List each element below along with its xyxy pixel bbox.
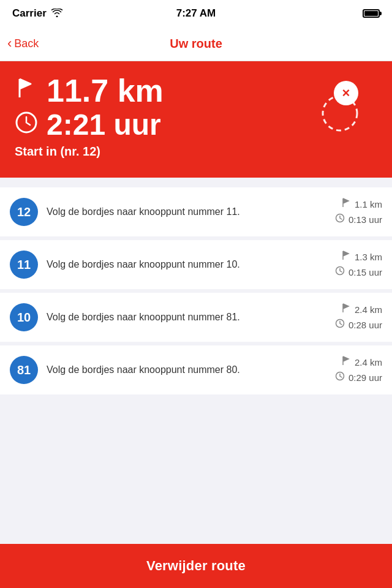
delete-route-button[interactable]: Verwijder route (146, 558, 246, 574)
flag-stat-icon (341, 303, 351, 316)
node-badge: 10 (10, 303, 38, 331)
route-duration: 0:13 uur (335, 213, 382, 226)
route-stats: 2.4 km 0:29 uur (321, 356, 382, 384)
node-badge: 81 (10, 356, 38, 384)
back-label: Back (14, 37, 39, 50)
wifi-icon (51, 9, 62, 19)
flag-stat-icon (341, 251, 351, 263)
battery-icon (363, 9, 380, 18)
route-stats: 1.3 km 0:15 uur (321, 251, 382, 279)
clock-icon-hero (15, 111, 38, 140)
flag-stat-icon (341, 356, 351, 369)
status-bar: Carrier 7:27 AM (0, 0, 392, 27)
chevron-left-icon: ‹ (7, 37, 12, 50)
route-description: Volg de bordjes naar knooppunt nummer 11… (47, 205, 321, 219)
route-stats: 2.4 km 0:28 uur (321, 303, 382, 331)
hero-time: 2:21 uur (47, 110, 161, 140)
carrier-label: Carrier (12, 7, 47, 20)
route-description: Volg de bordjes naar knooppunt nummer 81… (47, 311, 321, 324)
route-item: 81 Volg de bordjes naar knooppunt nummer… (0, 345, 392, 394)
clock-stat-icon (335, 318, 345, 331)
route-distance: 2.4 km (341, 303, 382, 316)
hero-start: Start in (nr. 12) (15, 145, 377, 159)
route-description: Volg de bordjes naar knooppunt nummer 10… (47, 258, 321, 271)
status-time: 7:27 AM (176, 7, 216, 19)
flag-stat-icon (341, 198, 351, 211)
route-graphic: × (312, 80, 368, 135)
route-item: 12 Volg de bordjes naar knooppunt nummer… (0, 187, 392, 236)
route-distance: 2.4 km (341, 356, 382, 369)
route-list: 12 Volg de bordjes naar knooppunt nummer… (0, 178, 392, 453)
node-badge: 12 (10, 198, 38, 226)
node-badge: 11 (10, 251, 38, 279)
route-distance: 1.3 km (341, 251, 382, 263)
hero-banner: 11.7 km 2:21 uur Start in (nr. 12) × (0, 61, 392, 178)
bottom-bar: Verwijder route (0, 544, 392, 588)
route-distance: 1.1 km (341, 198, 382, 211)
clock-stat-icon (335, 371, 345, 384)
route-stats: 1.1 km 0:13 uur (321, 198, 382, 226)
route-duration: 0:28 uur (335, 318, 382, 331)
route-duration: 0:15 uur (335, 266, 382, 279)
hero-distance: 11.7 km (47, 75, 164, 107)
nav-bar: ‹ Back Uw route (0, 27, 392, 61)
clock-stat-icon (335, 266, 345, 279)
route-item: 11 Volg de bordjes naar knooppunt nummer… (0, 240, 392, 289)
route-description: Volg de bordjes naar knooppunt nummer 80… (47, 363, 321, 377)
svg-text:×: × (342, 85, 350, 100)
route-item: 10 Volg de bordjes naar knooppunt nummer… (0, 293, 392, 342)
route-duration: 0:29 uur (335, 371, 382, 384)
back-button[interactable]: ‹ Back (7, 37, 39, 50)
page-title: Uw route (170, 37, 222, 51)
clock-stat-icon (335, 213, 345, 226)
flag-icon (15, 77, 38, 105)
